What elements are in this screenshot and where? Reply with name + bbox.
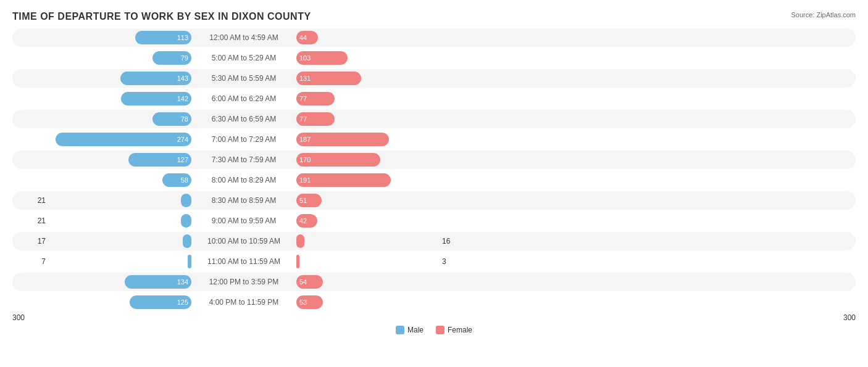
female-bar: 54: [296, 275, 323, 289]
table-row: 1254:00 PM to 11:59 PM53: [12, 293, 856, 311]
chart-title: TIME OF DEPARTURE TO WORK BY SEX IN DIXO…: [12, 11, 856, 22]
male-bar: 134: [125, 275, 191, 289]
male-value-left: 7: [12, 257, 49, 266]
male-bar: 127: [128, 153, 191, 167]
time-label: 5:30 AM to 5:59 AM: [191, 74, 296, 83]
female-bar-wrap: 53: [296, 295, 438, 309]
time-label: 6:00 AM to 6:29 AM: [191, 94, 296, 103]
male-bar: 125: [130, 295, 191, 309]
time-label: 10:00 AM to 10:59 AM: [191, 237, 296, 245]
time-label: 8:00 AM to 8:29 AM: [191, 176, 296, 184]
female-value-right: 3: [438, 257, 475, 266]
male-bar-wrap: 78: [49, 112, 191, 126]
time-label: 6:30 AM to 6:59 AM: [191, 115, 296, 123]
time-label: 7:30 AM to 7:59 AM: [191, 155, 296, 164]
male-bar: [181, 194, 191, 207]
male-bar-wrap: 113: [49, 31, 191, 44]
male-value-left: 17: [12, 237, 49, 245]
male-value-left: 21: [12, 196, 49, 205]
legend-male-box: [396, 326, 404, 334]
male-bar-wrap: 79: [49, 51, 191, 65]
source-text: Source: ZipAtlas.com: [791, 11, 856, 19]
time-label: 11:00 AM to 11:59 AM: [191, 257, 296, 266]
female-bar: 42: [296, 214, 317, 228]
table-row: 786:30 AM to 6:59 AM77: [12, 110, 856, 128]
female-bar: 103: [296, 51, 348, 65]
female-bar-wrap: 77: [296, 92, 438, 105]
male-bar-wrap: 125: [49, 295, 191, 309]
male-bar-wrap: 142: [49, 92, 191, 105]
table-row: 795:00 AM to 5:29 AM103: [12, 49, 856, 67]
male-bar-wrap: [49, 214, 191, 228]
legend-male: Male: [396, 326, 424, 334]
female-bar-wrap: [296, 255, 438, 268]
female-bar: 53: [296, 295, 323, 309]
male-bar: 274: [56, 133, 191, 146]
female-bar-wrap: 187: [296, 133, 438, 146]
male-bar-wrap: 127: [49, 153, 191, 167]
legend: Male Female: [12, 326, 856, 334]
table-row: 218:30 AM to 8:59 AM51: [12, 191, 856, 210]
female-bar-wrap: 54: [296, 275, 438, 289]
male-bar-wrap: [49, 194, 191, 207]
table-row: 1426:00 AM to 6:29 AM77: [12, 89, 856, 108]
female-bar: 77: [296, 92, 335, 105]
chart-body: 11312:00 AM to 4:59 AM44795:00 AM to 5:2…: [12, 28, 856, 313]
female-bar-wrap: 51: [296, 194, 438, 207]
time-label: 4:00 PM to 11:59 PM: [191, 298, 296, 307]
female-bar: 51: [296, 194, 322, 207]
female-bar-wrap: 170: [296, 153, 438, 167]
time-label: 7:00 AM to 7:29 AM: [191, 135, 296, 144]
male-value-left: 21: [12, 216, 49, 225]
male-bar: 143: [120, 72, 191, 85]
time-label: 8:30 AM to 8:59 AM: [191, 196, 296, 205]
female-bar-wrap: 42: [296, 214, 438, 228]
female-bar: 170: [296, 153, 380, 167]
table-row: 11312:00 AM to 4:59 AM44: [12, 28, 856, 47]
male-bar-wrap: [49, 234, 191, 248]
table-row: 13412:00 PM to 3:59 PM54: [12, 273, 856, 291]
male-bar: 58: [162, 173, 191, 187]
female-bar: 191: [296, 173, 391, 187]
female-bar-wrap: 131: [296, 72, 438, 85]
male-bar: 113: [135, 31, 191, 44]
table-row: 588:00 AM to 8:29 AM191: [12, 171, 856, 189]
table-row: 1710:00 AM to 10:59 AM16: [12, 232, 856, 250]
table-row: 711:00 AM to 11:59 AM3: [12, 252, 856, 271]
female-bar: [296, 234, 304, 248]
female-bar-wrap: [296, 234, 438, 248]
table-row: 2747:00 AM to 7:29 AM187: [12, 130, 856, 149]
male-bar-wrap: [49, 255, 191, 268]
female-bar: [296, 255, 299, 268]
chart-container: TIME OF DEPARTURE TO WORK BY SEX IN DIXO…: [0, 0, 868, 367]
legend-male-label: Male: [407, 326, 424, 334]
legend-female-box: [436, 326, 444, 334]
female-bar-wrap: 77: [296, 112, 438, 126]
female-bar: 44: [296, 31, 318, 44]
female-bar: 187: [296, 133, 389, 146]
table-row: 1435:30 AM to 5:59 AM131: [12, 69, 856, 88]
axis-right: 300: [843, 313, 856, 322]
female-bar: 131: [296, 72, 361, 85]
male-bar: [183, 234, 191, 248]
time-label: 9:00 AM to 9:59 AM: [191, 216, 296, 225]
time-label: 12:00 AM to 4:59 AM: [191, 33, 296, 42]
table-row: 1277:30 AM to 7:59 AM170: [12, 151, 856, 169]
male-bar-wrap: 134: [49, 275, 191, 289]
female-bar-wrap: 191: [296, 173, 438, 187]
male-bar-wrap: 274: [49, 133, 191, 146]
time-label: 5:00 AM to 5:29 AM: [191, 54, 296, 62]
legend-female: Female: [436, 326, 472, 334]
male-bar: [181, 214, 191, 228]
female-bar: 77: [296, 112, 335, 126]
male-bar: 79: [152, 51, 191, 65]
male-bar-wrap: 58: [49, 173, 191, 187]
male-bar: 142: [121, 92, 191, 105]
axis-left: 300: [12, 313, 25, 322]
female-bar-wrap: 44: [296, 31, 438, 44]
table-row: 219:00 AM to 9:59 AM42: [12, 212, 856, 230]
male-bar: 78: [152, 112, 191, 126]
male-bar-wrap: 143: [49, 72, 191, 85]
female-bar-wrap: 103: [296, 51, 438, 65]
time-label: 12:00 PM to 3:59 PM: [191, 278, 296, 286]
